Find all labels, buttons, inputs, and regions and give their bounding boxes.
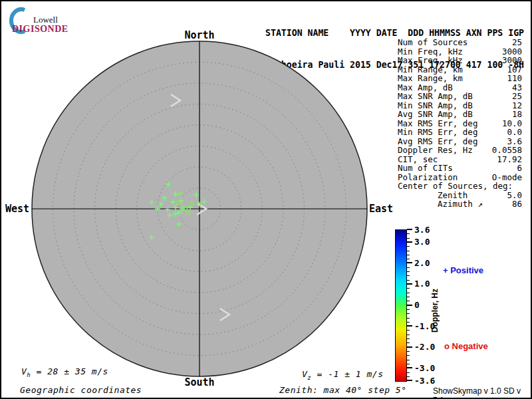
coordinate-system-label: Geographic coordinates [20, 385, 142, 395]
parameter-row: Avg RMS Err, deg3.6 [398, 137, 522, 146]
parameter-label: Doppler Res, Hz [398, 146, 473, 155]
colorbar-major-tick [407, 367, 412, 368]
parameter-label: Max Amp, dB [398, 83, 453, 92]
parameter-label: Avg RMS Err, deg [398, 137, 477, 146]
parameter-value: 6 [517, 164, 522, 173]
parameter-label: Max Freq, kHz [398, 56, 463, 65]
parameter-value: 3000 [502, 47, 522, 57]
parameter-value: 10.0 [502, 119, 522, 128]
legend-positive: + Positive [443, 265, 483, 275]
parameter-panel: Num of Sources25Min Freq, kHz3000Max Fre… [398, 38, 522, 209]
parameter-value: 25 [512, 38, 522, 47]
parameter-value: 107 [507, 65, 522, 74]
skymap-window: Lowell DIGISONDE STATION NAME YYYY DATE … [0, 0, 532, 399]
parameter-value: 3.6 [507, 137, 522, 146]
colorbar-tick-label: 3.6 [414, 225, 430, 234]
parameter-value: 0.0558 [492, 146, 522, 155]
parameter-row: Center of Sources, deg: [398, 182, 522, 191]
colorbar-major-tick [407, 305, 412, 306]
parameter-label: Num of CITs [398, 164, 453, 173]
parameter-label: Min RMS Err, deg [398, 128, 477, 137]
parameter-row: Min Freq, kHz3000 [398, 47, 522, 57]
parameter-row: Max Amp, dB43 [398, 83, 522, 92]
parameter-label: Min Range, km [398, 65, 463, 74]
colorbar-tick-label: -3.0 [414, 364, 435, 372]
parameter-row: Doppler Res, Hz0.0558 [398, 146, 522, 155]
horizontal-velocity-annotation: Vh = 28 ± 35 m/s [21, 366, 108, 378]
parameter-label: Min Freq, kHz [398, 47, 463, 57]
parameter-label: Max Range, km [398, 74, 463, 83]
parameter-value: 0.0 [507, 128, 522, 137]
colorbar-title: Doppler, Hz [430, 266, 440, 332]
parameter-value: 5.0 [507, 191, 522, 200]
colorbar-tick-label: -3.6 [414, 376, 435, 385]
vertical-velocity-annotation: Vz = -1 ± 1 m/s [302, 369, 384, 381]
colorbar-tick-label: 0 [414, 301, 420, 309]
colorbar-major-tick [407, 346, 412, 348]
colorbar-tick-label: 3.0 [414, 237, 430, 246]
parameter-label: Num of Sources [398, 38, 467, 47]
colorbar-tick-label: -2.0 [414, 342, 435, 351]
parameter-label: CIT, sec [398, 155, 438, 164]
colorbar-major-tick [407, 229, 412, 230]
parameter-value: 110 [507, 74, 522, 83]
zenith-scale-note: Zenith: max 40° step 5° [279, 385, 407, 395]
parameter-row: CIT, sec17.92 [398, 155, 522, 164]
parameter-row: Num of CITs6 [398, 164, 522, 173]
parameter-label: Zenith [398, 191, 467, 200]
colorbar-tick-label: 1.0 [414, 279, 430, 288]
parameter-value: 18 [512, 110, 522, 119]
colorbar-major-tick [407, 241, 412, 243]
parameter-value: 43 [512, 83, 522, 92]
parameter-value: 17.92 [497, 155, 522, 164]
parameter-row: Max Range, km110 [398, 74, 522, 83]
compass-label-west: West [1, 203, 29, 215]
colorbar-major-tick [407, 262, 412, 263]
parameter-value: 25 [512, 92, 522, 101]
parameter-value: 3000 [502, 56, 522, 65]
parameter-row: Min Range, km107 [398, 65, 522, 74]
parameter-row: Azimuth ↗86 [398, 200, 522, 209]
parameter-row: Min RMS Err, deg0.0 [398, 128, 522, 137]
parameter-label: Max RMS Err, deg [398, 119, 477, 128]
compass-label-east: East [369, 203, 393, 215]
parameter-row: Max RMS Err, deg10.0 [398, 119, 522, 128]
compass-label-north: North [1, 29, 398, 41]
parameter-value: 86 [512, 200, 522, 209]
parameter-row: PolarizationO-mode [398, 173, 522, 182]
doppler-colorbar [395, 229, 407, 382]
parameter-label: Azimuth ↗ [398, 200, 483, 209]
parameter-row: Max Freq, kHz3000 [398, 56, 522, 65]
parameter-label: Polarization [398, 173, 458, 182]
parameter-row: Avg SNR Amp, dB18 [398, 110, 522, 119]
software-version-label: ShowSkymap v 1.0 SD v 5.1 [433, 386, 531, 399]
colorbar-major-tick [407, 380, 412, 381]
legend-negative: o Negative [444, 341, 488, 351]
parameter-label: Min SNR Amp, dB [398, 101, 473, 110]
parameter-row: Zenith5.0 [398, 191, 522, 200]
colorbar-tick-label: 2.0 [414, 259, 430, 267]
parameter-row: Max SNR Amp, dB25 [398, 92, 522, 101]
parameter-label: Center of Sources, deg: [398, 182, 513, 191]
parameter-value: 12 [512, 101, 522, 110]
parameter-value: O-mode [492, 173, 522, 182]
parameter-label: Avg SNR Amp, dB [398, 110, 473, 119]
colorbar-major-tick [407, 325, 412, 327]
parameter-row: Num of Sources25 [398, 38, 522, 47]
parameter-label: Max SNR Amp, dB [398, 92, 473, 101]
colorbar-major-tick [407, 283, 412, 285]
parameter-row: Min SNR Amp, dB12 [398, 101, 522, 110]
